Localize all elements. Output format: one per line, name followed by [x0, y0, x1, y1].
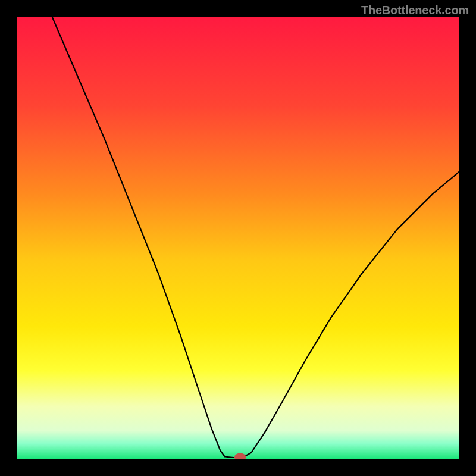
chart-frame: TheBottleneck.com [0, 0, 476, 476]
watermark-text: TheBottleneck.com [361, 4, 469, 17]
bottleneck-curve-chart [17, 17, 459, 459]
chart-plot-area [17, 17, 459, 459]
gradient-background [17, 17, 459, 459]
